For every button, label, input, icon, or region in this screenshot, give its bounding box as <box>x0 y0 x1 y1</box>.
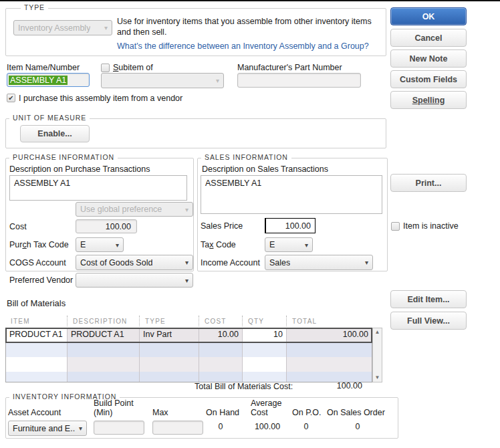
bom-cell-description[interactable]: PRODUCT A1 <box>68 328 140 342</box>
bom-header-type[interactable]: TYPE <box>139 316 199 326</box>
cancel-button[interactable]: Cancel <box>390 29 467 47</box>
bom-scrollbar[interactable]: ▲ ▼ <box>372 328 382 382</box>
edit-item-button[interactable]: Edit Item... <box>390 290 467 308</box>
bom-row[interactable]: PRODUCT A1 PRODUCT A1 Inv Part 10.00 10 … <box>6 328 372 342</box>
chevron-down-icon: ▾ <box>116 241 119 249</box>
purch-tax-code-dropdown[interactable]: E ▾ <box>76 237 124 252</box>
on-sales-order-label: On Sales Order <box>327 408 385 417</box>
bom-empty-row[interactable] <box>6 372 372 382</box>
on-sales-order-value: 0 <box>334 422 381 431</box>
sales-price-value: 100.00 <box>285 221 311 231</box>
bom-header-cost[interactable]: COST <box>199 316 242 326</box>
cost-input[interactable]: 100.00 <box>76 219 137 233</box>
sales-desc-textarea[interactable]: ASSEMBLY A1 <box>201 175 382 214</box>
on-po-label: On P.O. <box>292 408 322 417</box>
print-button[interactable]: Print... <box>390 174 467 192</box>
tax-code-value: E <box>269 240 275 249</box>
chevron-down-icon: ▾ <box>79 425 82 432</box>
item-inactive-checkbox[interactable] <box>391 222 400 231</box>
type-description-line1: Use for inventory items that you assembl… <box>117 17 372 26</box>
chevron-down-icon: ▾ <box>305 241 308 249</box>
scroll-up-icon[interactable]: ▲ <box>375 330 380 335</box>
mpn-label: Manufacturer's Part Number <box>237 63 342 72</box>
purchase-from-vendor-checkbox[interactable]: ✔ <box>7 94 15 102</box>
mpn-input[interactable] <box>237 73 361 88</box>
assembly-group-help-link[interactable]: What's the difference between an Invento… <box>117 41 369 51</box>
asset-account-dropdown[interactable]: Furniture and E... ▾ <box>8 421 87 436</box>
item-inactive-label: Item is inactive <box>403 221 459 231</box>
sales-price-label: Sales Price <box>201 221 243 231</box>
global-preference-value: Use global preference <box>80 205 162 214</box>
bom-header-item[interactable]: ITEM <box>5 316 67 326</box>
bom-header-qty[interactable]: QTY <box>242 316 286 326</box>
new-note-button[interactable]: New Note <box>390 49 467 68</box>
max-input[interactable] <box>152 421 203 435</box>
build-point-input[interactable] <box>94 421 144 435</box>
spelling-button[interactable]: Spelling <box>390 91 467 109</box>
asset-account-label: Asset Account <box>8 408 61 417</box>
bom-empty-row[interactable] <box>6 342 372 357</box>
income-account-label: Income Account <box>201 258 260 267</box>
cost-value: 100.00 <box>106 222 131 231</box>
preferred-vendor-label: Preferred Vendor <box>9 275 73 285</box>
type-group-title: TYPE <box>21 3 48 11</box>
chevron-down-icon: ▾ <box>185 206 189 213</box>
purch-tax-code-value: E <box>80 240 86 249</box>
average-cost-value: 100.00 <box>246 422 289 431</box>
bom-cell-type[interactable]: Inv Part <box>140 328 199 342</box>
enable-uom-button[interactable]: Enable... <box>20 125 90 142</box>
bom-header-total[interactable]: TOTAL <box>286 316 371 326</box>
max-label: Max <box>152 408 168 417</box>
subitem-dropdown[interactable]: ▾ <box>101 73 224 88</box>
build-point-label-line1: Build Point <box>94 399 134 408</box>
cogs-account-dropdown[interactable]: Cost of Goods Sold ▾ <box>76 255 193 270</box>
sales-price-input[interactable]: 100.00 <box>265 218 316 233</box>
bom-cell-item[interactable]: PRODUCT A1 <box>6 328 68 342</box>
item-type-dropdown[interactable]: Inventory Assembly ▾ <box>13 20 112 35</box>
window-top-border <box>0 0 500 1</box>
bom-table: PRODUCT A1 PRODUCT A1 Inv Part 10.00 10 … <box>5 328 372 382</box>
bom-cell-total[interactable]: 100.00 <box>287 328 372 342</box>
income-account-dropdown[interactable]: Sales ▾ <box>265 255 373 270</box>
sales-desc-label: Description on Sales Transactions <box>202 164 328 174</box>
uom-group-title: UNIT OF MEASURE <box>9 114 90 122</box>
build-point-label-line2: (Min) <box>94 408 112 417</box>
subitem-checkbox[interactable] <box>101 64 110 72</box>
scroll-down-icon[interactable]: ▼ <box>375 375 380 380</box>
bom-total-value: 100.00 <box>328 381 362 390</box>
item-name-label: Item Name/Number <box>7 63 80 72</box>
preferred-vendor-dropdown[interactable]: ▾ <box>76 273 193 288</box>
full-view-button[interactable]: Full View... <box>390 312 467 330</box>
income-account-value: Sales <box>269 258 290 267</box>
asset-account-value: Furniture and E... <box>13 424 75 433</box>
bom-title: Bill of Materials <box>7 298 66 308</box>
on-hand-label: On Hand <box>206 408 239 417</box>
chevron-down-icon: ▾ <box>365 259 368 266</box>
item-name-value: ASSEMBLY A1 <box>9 76 68 85</box>
ok-button[interactable]: OK <box>390 7 467 25</box>
global-preference-dropdown[interactable]: Use global preference ▾ <box>76 202 193 217</box>
sales-info-title: SALES INFORMATION <box>201 153 291 161</box>
average-cost-label-line1: Average <box>251 399 281 408</box>
purch-tax-code-label: Purch Tax Code <box>9 240 69 249</box>
item-type-value: Inventory Assembly <box>18 23 90 33</box>
chevron-down-icon: ▾ <box>104 24 108 31</box>
chevron-down-icon: ▾ <box>185 259 189 266</box>
check-icon: ✔ <box>8 95 13 102</box>
item-name-input[interactable]: ASSEMBLY A1 <box>7 73 90 87</box>
bom-header-row: ITEM DESCRIPTION TYPE COST QTY TOTAL <box>5 314 372 328</box>
on-po-value: 0 <box>287 422 325 431</box>
chevron-down-icon: ▾ <box>216 77 219 84</box>
bom-cell-qty[interactable]: 10 <box>243 328 287 342</box>
tax-code-dropdown[interactable]: E ▾ <box>265 237 313 252</box>
purchase-desc-textarea[interactable]: ASSEMBLY A1 <box>9 175 187 201</box>
bom-header-description[interactable]: DESCRIPTION <box>67 316 139 326</box>
custom-fields-button[interactable]: Custom Fields <box>390 70 467 88</box>
cogs-account-label: COGS Account <box>9 258 66 267</box>
bom-cell-cost[interactable]: 10.00 <box>199 328 243 342</box>
bom-empty-row[interactable] <box>6 357 372 372</box>
chevron-down-icon: ▾ <box>185 277 189 284</box>
subitem-label: Subitem of <box>113 63 153 72</box>
cost-label: Cost <box>9 222 27 231</box>
type-description-line2: and then sell. <box>117 27 166 37</box>
